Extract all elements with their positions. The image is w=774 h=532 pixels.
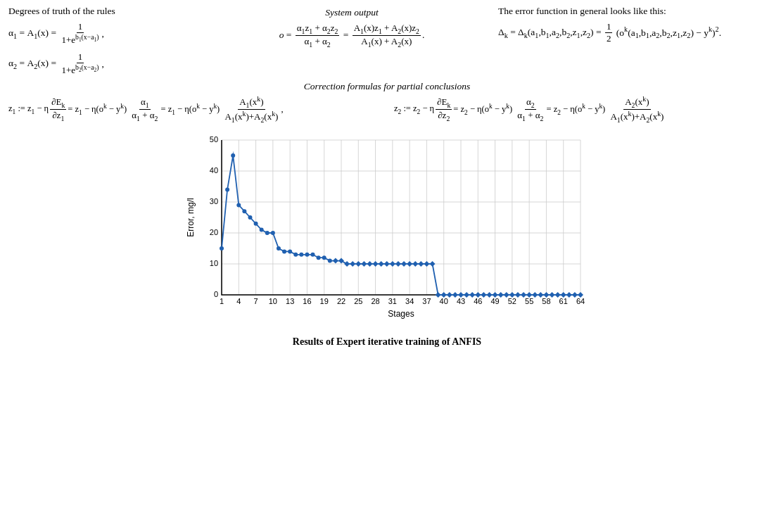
- alpha1-formula: α1 = A1(x) = 1 1+eb1(x−a1) ,: [8, 21, 205, 46]
- top-section: Degrees of truth of the rules α1 = A1(x)…: [8, 6, 766, 77]
- correction-section: Correction formulas for partial conclusi…: [8, 81, 766, 124]
- error-formula: Δk = Δk(a1,b1,a2,b2,z1,z2) = 1 2 (ok(a1,…: [498, 21, 766, 44]
- system-output-formula: o = α1z1 + α2z2 α1 + α2 = A1(x)z1 + A2(x…: [205, 23, 498, 48]
- center-col: System output o = α1z1 + α2z2 α1 + α2 = …: [205, 6, 498, 77]
- z2-formula: z2 := z2 − η ∂Ek ∂z2 = z2 − η(ok − yk) α…: [394, 95, 766, 124]
- error-function-heading: The error function in general looks like…: [498, 6, 766, 17]
- chart-container: [183, 129, 591, 334]
- system-output-heading: System output: [205, 7, 498, 18]
- left-col: Degrees of truth of the rules α1 = A1(x)…: [8, 6, 205, 77]
- z1-formula: z1 := z1 − η ∂Ek ∂z1 = z1 − η(ok − yk) α…: [8, 95, 380, 124]
- right-col: The error function in general looks like…: [498, 6, 766, 77]
- degrees-heading: Degrees of truth of the rules: [8, 6, 205, 17]
- correction-heading: Correction formulas for partial conclusi…: [8, 81, 766, 92]
- error-chart: [183, 129, 591, 334]
- chart-title: Results of Expert iterative training of …: [293, 336, 481, 348]
- chart-section: Results of Expert iterative training of …: [8, 129, 766, 348]
- alpha2-formula: α2 = A2(x) = 1 1+eb2(x−a2) ,: [8, 51, 205, 76]
- page-content: Degrees of truth of the rules α1 = A1(x)…: [8, 6, 766, 348]
- correction-formulas-row: z1 := z1 − η ∂Ek ∂z1 = z1 − η(ok − yk) α…: [8, 95, 766, 124]
